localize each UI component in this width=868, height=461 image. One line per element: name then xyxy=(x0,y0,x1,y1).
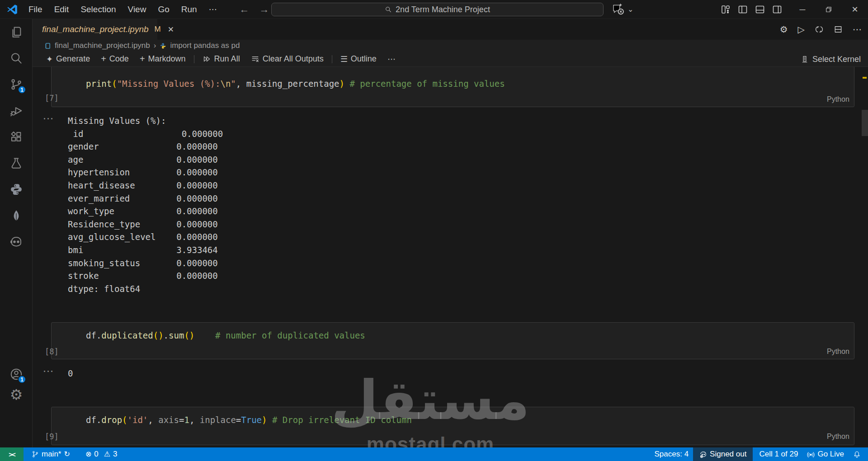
git-branch-item[interactable]: main* ↻ xyxy=(27,447,75,461)
toggle-secondary-sidebar-icon[interactable] xyxy=(771,4,783,15)
problems-item[interactable]: ⊗ 0 ⚠ 3 xyxy=(81,447,122,461)
gear-icon: ⚙ xyxy=(10,387,23,402)
vscode-window: File Edit Selection View Go Run ⋯ ← → 2n… xyxy=(0,0,868,461)
sidebar-item-run-debug[interactable] xyxy=(0,98,33,124)
toggle-panel-icon[interactable] xyxy=(754,4,766,15)
extensions-icon xyxy=(9,130,23,144)
notebook-settings-icon[interactable]: ⚙ xyxy=(780,24,788,35)
execution-count: [9] xyxy=(45,432,59,441)
cell-language-label[interactable]: Python xyxy=(827,348,849,356)
clear-all-outputs-button[interactable]: Clear All Outputs xyxy=(245,54,329,64)
menu-selection[interactable]: Selection xyxy=(75,5,122,14)
python-icon xyxy=(9,183,23,196)
output-more-icon[interactable]: ··· xyxy=(43,114,54,124)
error-icon: ⊗ xyxy=(85,451,91,458)
execution-count: [7] xyxy=(45,94,59,103)
copilot-chevron-down-icon[interactable]: ⌄ xyxy=(627,5,633,14)
tab-final-machine-project[interactable]: final_machine_project.ipynb M ✕ xyxy=(33,19,157,40)
code-cell-8[interactable]: df.duplicated().sum() # number of duplic… xyxy=(51,322,854,359)
clear-outputs-icon xyxy=(251,55,259,63)
menu-more-icon[interactable]: ⋯ xyxy=(203,4,223,14)
menu-edit[interactable]: Edit xyxy=(48,5,75,14)
toolbar-more-button[interactable]: ⋯ xyxy=(382,54,401,64)
notebook-toolbar: ✦ Generate + Code + Markdown Run All Cle… xyxy=(33,52,868,67)
add-code-cell-button[interactable]: + Code xyxy=(95,54,134,64)
menu-run[interactable]: Run xyxy=(175,5,203,14)
title-bar: File Edit Selection View Go Run ⋯ ← → 2n… xyxy=(0,0,868,19)
source-control-badge: 1 xyxy=(18,85,26,94)
output-more-icon[interactable]: ··· xyxy=(43,367,54,376)
copilot-face-icon xyxy=(9,235,23,249)
remote-indicator[interactable]: >< xyxy=(0,447,24,461)
tab-close-icon[interactable]: ✕ xyxy=(168,25,174,34)
sidebar-item-settings[interactable]: ⚙ xyxy=(0,381,33,408)
plus-icon: + xyxy=(140,54,145,64)
menu-view[interactable]: View xyxy=(122,5,152,14)
select-kernel-button[interactable]: Select Kernel xyxy=(801,52,861,67)
generate-button[interactable]: ✦ Generate xyxy=(41,54,95,64)
toggle-primary-sidebar-icon[interactable] xyxy=(737,4,749,15)
breadcrumb-separator: › xyxy=(154,41,156,50)
sidebar-item-extensions[interactable] xyxy=(0,124,33,150)
sidebar-item-source-control[interactable]: 1 xyxy=(0,71,33,98)
sync-icon[interactable]: ↻ xyxy=(64,451,70,458)
code-cell-7[interactable]: print("Missing Values (%):\n", missing_p… xyxy=(51,67,854,107)
sidebar-item-python[interactable] xyxy=(0,176,33,202)
breadcrumb-symbol[interactable]: import pandas as pd xyxy=(170,41,240,50)
debug-icon xyxy=(9,104,23,118)
restore-button[interactable] xyxy=(816,0,842,19)
more-actions-icon[interactable]: ⋯ xyxy=(853,24,862,35)
code-line[interactable]: print("Missing Values (%):\n", missing_p… xyxy=(86,77,505,90)
copilot-status[interactable]: ⌄ xyxy=(611,2,633,16)
notifications-bell[interactable] xyxy=(849,447,865,461)
kernel-icon xyxy=(801,55,809,63)
cell-language-label[interactable]: Python xyxy=(827,95,849,103)
more-icon: ⋯ xyxy=(387,54,396,64)
breadcrumb-file[interactable]: final_machine_project.ipynb xyxy=(55,41,150,50)
sidebar-item-explorer[interactable] xyxy=(0,19,33,45)
run-all-button[interactable]: Run All xyxy=(197,54,245,64)
sparkle-icon: ✦ xyxy=(46,54,53,64)
outline-button[interactable]: ☰ Outline xyxy=(335,54,382,64)
warning-icon: ⚠ xyxy=(104,451,110,458)
beaker-icon xyxy=(9,156,23,170)
split-editor-icon[interactable] xyxy=(834,25,843,34)
menu-go[interactable]: Go xyxy=(152,5,175,14)
activity-bar: 1 xyxy=(0,19,33,447)
sidebar-item-mongodb[interactable] xyxy=(0,202,33,229)
cell-output: 0 xyxy=(68,367,73,380)
cell-position-indicator[interactable]: Cell 1 of 29 xyxy=(755,447,802,461)
sidebar-item-github-copilot[interactable] xyxy=(0,229,33,255)
close-button[interactable]: ✕ xyxy=(842,0,868,19)
cell-language-label[interactable]: Python xyxy=(827,433,849,441)
breadcrumb: final_machine_project.ipynb › import pan… xyxy=(33,40,868,52)
code-line[interactable]: df.drop('id', axis=1, inplace=True) # Dr… xyxy=(86,414,412,426)
spaces-indicator[interactable]: Spaces: 4 xyxy=(650,447,693,461)
editor-area: final_machine_project.ipynb M ✕ ⚙ ▷ ⋯ xyxy=(33,19,868,447)
run-all-icon xyxy=(203,55,211,63)
copilot-signed-out-item[interactable]: Signed out xyxy=(693,447,753,461)
code-line[interactable]: df.duplicated().sum() # number of duplic… xyxy=(86,329,365,342)
branch-icon xyxy=(32,451,39,458)
menu-file[interactable]: File xyxy=(23,5,48,14)
customize-layout-icon[interactable] xyxy=(720,4,731,15)
add-markdown-cell-button[interactable]: + Markdown xyxy=(134,54,191,64)
back-icon[interactable]: ← xyxy=(240,4,250,15)
sidebar-item-testing[interactable] xyxy=(0,150,33,176)
sync-changes-icon[interactable] xyxy=(815,25,824,34)
go-live-button[interactable]: Go Live xyxy=(802,447,849,461)
toolbar-divider xyxy=(332,55,332,63)
minimize-button[interactable]: ─ xyxy=(789,0,816,19)
bell-icon xyxy=(853,451,861,458)
sidebar-item-search[interactable] xyxy=(0,45,33,71)
command-center-search[interactable]: 2nd Term Machine Project xyxy=(271,3,604,16)
forward-icon[interactable]: → xyxy=(259,4,269,15)
restore-icon xyxy=(825,5,833,14)
execution-count: [8] xyxy=(45,347,59,356)
editor-scrollbar[interactable] xyxy=(862,110,868,136)
tab-bar: final_machine_project.ipynb M ✕ ⚙ ▷ ⋯ xyxy=(33,19,868,40)
broadcast-icon xyxy=(807,451,815,458)
error-count: 0 xyxy=(94,450,98,459)
code-cell-9[interactable]: df.drop('id', axis=1, inplace=True) # Dr… xyxy=(51,407,854,445)
run-notebook-icon[interactable]: ▷ xyxy=(798,24,805,35)
